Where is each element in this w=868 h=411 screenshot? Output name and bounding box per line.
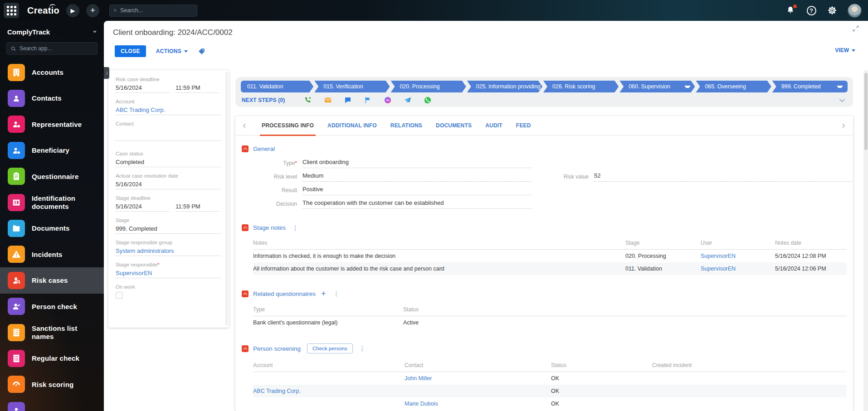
help-icon[interactable]: ? <box>806 5 817 16</box>
column-header[interactable]: Stage <box>625 237 701 250</box>
stage-supervision[interactable]: 060. Supervision <box>619 81 695 92</box>
sidebar-item-documents[interactable]: Documents <box>0 215 104 241</box>
expand-icon[interactable] <box>852 24 860 33</box>
apps-grid-icon[interactable] <box>4 3 19 18</box>
column-header[interactable]: Status <box>551 360 652 372</box>
result-field[interactable]: Positive <box>302 186 532 195</box>
sidebar-item-identification-documents[interactable]: Identification documents <box>0 189 104 215</box>
column-header[interactable]: Notes <box>253 237 625 250</box>
decision-field[interactable]: The cooperation with the customer can be… <box>302 199 532 209</box>
email-icon[interactable] <box>324 96 332 104</box>
stage-overseeing[interactable]: 065. Overseeing <box>696 81 771 92</box>
tab-relations[interactable]: RELATIONS <box>390 116 422 135</box>
view-button[interactable]: VIEW <box>835 47 855 53</box>
tabs-scroll-left-icon[interactable] <box>242 122 248 129</box>
on-work-checkbox[interactable] <box>116 292 122 299</box>
sidebar-item-questionnaire[interactable]: Questionnaire <box>0 164 104 189</box>
collapse-section-icon[interactable] <box>242 145 249 152</box>
tab-additional-info[interactable]: ADDITIONAL INFO <box>327 116 377 135</box>
phone-icon[interactable] <box>304 96 312 104</box>
page-scrollbar[interactable] <box>863 70 868 411</box>
table-row[interactable]: Bank client's questionnaire (legal) Acti… <box>253 316 847 329</box>
creatio-logo[interactable]: Creatio <box>27 5 59 16</box>
sidebar-item-accounts[interactable]: Accounts <box>0 59 104 85</box>
column-header[interactable]: Contact <box>405 360 551 372</box>
tabs-scroll-right-icon[interactable] <box>840 122 847 129</box>
case-status-field[interactable]: Completed <box>116 159 221 167</box>
add-icon[interactable]: + <box>320 290 327 298</box>
sidebar-item-person-check[interactable]: Person check <box>0 294 104 319</box>
telegram-icon[interactable] <box>404 96 412 104</box>
tag-icon[interactable] <box>198 48 205 55</box>
sidebar-item-contacts[interactable]: Contacts <box>0 85 104 111</box>
kebab-menu-icon[interactable]: ⋮ <box>290 225 300 231</box>
risk-level-field[interactable]: Medium <box>302 172 532 182</box>
tab-feed[interactable]: FEED <box>516 116 531 135</box>
column-header[interactable]: Account <box>253 360 405 372</box>
gear-icon[interactable] <box>827 5 838 16</box>
column-header[interactable]: Notes date <box>775 237 847 250</box>
sidebar-item-risk-scoring[interactable]: Risk scoring <box>0 372 104 397</box>
stage-completed[interactable]: 999. Completed <box>772 81 848 92</box>
tab-audit[interactable]: AUDIT <box>485 116 502 135</box>
risk-case-deadline-time[interactable]: 11:59 PM <box>176 84 219 93</box>
user-link[interactable]: SupervisorEN <box>701 250 775 262</box>
app-search[interactable] <box>6 42 98 55</box>
stage-processing[interactable]: 020. Processing <box>391 81 466 92</box>
whatsapp-icon[interactable] <box>424 96 432 104</box>
table-row[interactable]: Marie Dubois OK <box>253 397 847 410</box>
sidebar-item-beneficiary[interactable]: Beneficiary <box>0 137 104 163</box>
tab-processing-info[interactable]: PROCESSING INFO <box>262 116 314 135</box>
flag-icon[interactable] <box>364 96 372 104</box>
tab-documents[interactable]: DOCUMENTS <box>436 116 472 135</box>
collapse-panel-icon[interactable] <box>838 96 847 105</box>
workspaces-icon[interactable] <box>764 5 775 16</box>
column-header[interactable]: Status <box>403 304 847 316</box>
sidebar-item-representative[interactable]: Representative <box>0 111 104 137</box>
stage-responsible-group-link[interactable]: System administrators <box>116 247 221 256</box>
user-link[interactable]: SupervisorEN <box>701 262 775 275</box>
app-search-input[interactable] <box>20 45 93 52</box>
chevron-down-icon[interactable] <box>837 86 843 88</box>
global-search[interactable] <box>109 5 197 17</box>
actual-resolution-date-field[interactable]: 5/16/2024 <box>116 181 221 189</box>
sidebar-item-risk-cases[interactable]: Risk cases <box>0 267 104 293</box>
sidebar-item-partial[interactable] <box>0 397 104 411</box>
stage-deadline-time[interactable]: 11:59 PM <box>176 203 219 212</box>
table-row[interactable]: John Miller OK <box>253 372 847 385</box>
chevron-down-icon[interactable] <box>684 86 691 88</box>
column-header[interactable]: User <box>701 237 775 250</box>
workspace-selector[interactable]: ComplyTrack <box>0 21 104 40</box>
sidebar-item-regular-check[interactable]: Regular check <box>0 345 104 371</box>
chat-icon[interactable] <box>344 96 352 104</box>
stage-information-providing[interactable]: 025. Information providing <box>467 81 542 92</box>
sidebar-item-sanctions-list-names[interactable]: Sanctions list names <box>0 319 104 345</box>
collapse-section-icon[interactable] <box>242 345 249 352</box>
contact-field[interactable] <box>116 129 221 141</box>
table-row[interactable]: ABC Trading Corp. OK <box>253 385 847 397</box>
messenger-icon[interactable] <box>384 96 392 104</box>
sidebar-item-incidents[interactable]: Incidents <box>0 242 104 267</box>
check-persons-button[interactable]: Check persons <box>307 343 353 353</box>
column-header[interactable]: Type <box>253 304 403 316</box>
global-search-input[interactable] <box>120 7 193 14</box>
scrollbar-thumb[interactable] <box>864 73 868 150</box>
account-link[interactable]: ABC Trading Corp. <box>116 106 221 115</box>
play-icon[interactable]: ▶ <box>66 4 79 17</box>
contact-link[interactable]: John Miller <box>405 372 551 385</box>
avatar[interactable] <box>848 4 862 18</box>
account-link[interactable]: ABC Trading Corp. <box>253 385 405 397</box>
collapse-section-icon[interactable] <box>242 224 249 231</box>
column-header[interactable]: Created incident <box>652 360 847 372</box>
kebab-menu-icon[interactable]: ⋮ <box>357 345 367 352</box>
plus-icon[interactable]: + <box>86 4 99 17</box>
close-button[interactable]: CLOSE <box>115 45 146 57</box>
type-field[interactable]: Client onboarding <box>302 159 532 168</box>
sidebar-collapse-handle[interactable] <box>104 67 109 79</box>
risk-case-deadline-date[interactable]: 5/16/2024 <box>116 84 169 93</box>
collapse-section-icon[interactable] <box>242 290 249 297</box>
table-row[interactable]: All information about the customer is ad… <box>253 262 847 275</box>
stage-risk-scoring[interactable]: 026. Risk scoring <box>543 81 619 92</box>
stage-deadline-date[interactable]: 5/16/2024 <box>116 203 169 212</box>
stage-verification[interactable]: 015. Verification <box>314 81 390 92</box>
